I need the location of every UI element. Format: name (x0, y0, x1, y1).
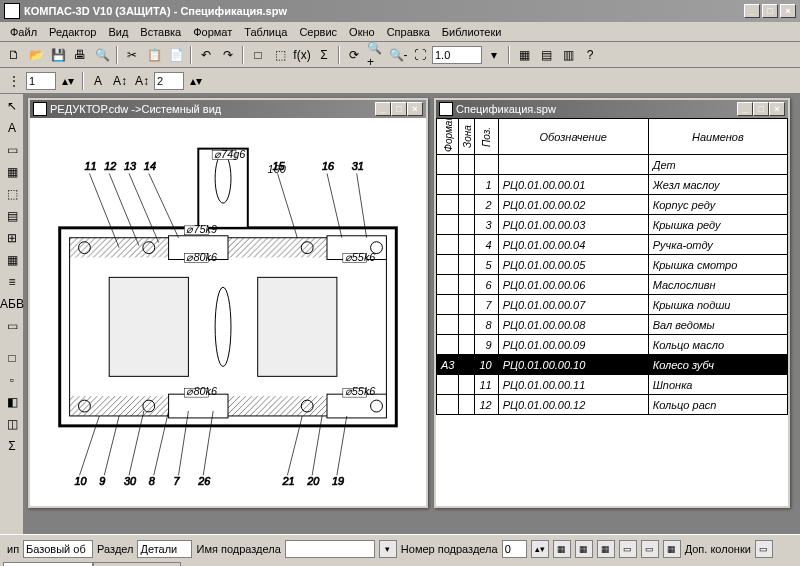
refresh-button[interactable]: ⟳ (344, 45, 364, 65)
menu-help[interactable]: Справка (381, 24, 436, 40)
table-row[interactable]: 7РЦ0.01.00.00.07Крышка подши (437, 295, 788, 315)
table-row[interactable]: 5РЦ0.01.00.00.05Крышка смотро (437, 255, 788, 275)
cut-button[interactable]: ✂ (122, 45, 142, 65)
help-button[interactable]: ? (580, 45, 600, 65)
dropdown-button[interactable]: ▾ (484, 45, 504, 65)
tool-button[interactable]: ▭ (641, 540, 659, 558)
child-close[interactable]: × (407, 102, 423, 116)
print-button[interactable]: 🖶 (70, 45, 90, 65)
tool-button[interactable]: ▭ (619, 540, 637, 558)
child-minimize[interactable]: _ (375, 102, 391, 116)
tool-a-button[interactable]: A (88, 71, 108, 91)
tool-button[interactable]: ▦ (663, 540, 681, 558)
text-tool[interactable]: A (2, 118, 22, 138)
redo-button[interactable]: ↷ (218, 45, 238, 65)
spec-titlebar[interactable]: Спецификация.spw _ □ × (436, 100, 788, 118)
zoom-in-button[interactable]: 🔍+ (366, 45, 386, 65)
child-maximize[interactable]: □ (391, 102, 407, 116)
open-button[interactable]: 📂 (26, 45, 46, 65)
table-row[interactable]: 3РЦ0.01.00.00.03Крышка реду (437, 215, 788, 235)
minimize-button[interactable]: _ (744, 4, 760, 18)
layout-button[interactable]: ▥ (558, 45, 578, 65)
tool[interactable]: ◫ (2, 414, 22, 434)
subname-input[interactable] (285, 540, 375, 558)
subnum-input[interactable] (502, 540, 527, 558)
zoom-fit-button[interactable]: ⛶ (410, 45, 430, 65)
tool-au2-button[interactable]: A↕ (132, 71, 152, 91)
tool[interactable]: ⬚ (2, 184, 22, 204)
tool-button[interactable]: ⬚ (270, 45, 290, 65)
cursor-tool[interactable]: ↖ (2, 96, 22, 116)
close-button[interactable]: × (780, 4, 796, 18)
tool-button[interactable]: □ (248, 45, 268, 65)
table-row[interactable]: А310РЦ0.01.00.00.10Колесо зубч (437, 355, 788, 375)
menu-file[interactable]: Файл (4, 24, 43, 40)
page-input[interactable] (26, 72, 56, 90)
table-row[interactable]: 1РЦ0.01.00.00.01Жезл маслоу (437, 175, 788, 195)
tool[interactable]: ◧ (2, 392, 22, 412)
drawing-canvas[interactable]: 11 12 13 14 15 16 31 10 9 30 8 7 (30, 118, 426, 506)
new-button[interactable]: 🗋 (4, 45, 24, 65)
table-row[interactable]: 8РЦ0.01.00.00.08Вал ведомы (437, 315, 788, 335)
tool[interactable]: АБВ (2, 294, 22, 314)
zoom-out-button[interactable]: 🔍- (388, 45, 408, 65)
menu-service[interactable]: Сервис (293, 24, 343, 40)
table-row[interactable]: 2РЦ0.01.00.00.02Корпус реду (437, 195, 788, 215)
table-row[interactable]: 6РЦ0.01.00.00.06Маслосливн (437, 275, 788, 295)
table-row[interactable]: Дет (437, 155, 788, 175)
tool[interactable]: ▭ (2, 316, 22, 336)
section-input[interactable] (137, 540, 192, 558)
sigma-tool[interactable]: Σ (2, 436, 22, 456)
tool-au-button[interactable]: A↕ (110, 71, 130, 91)
spinner-button[interactable]: ▴▾ (531, 540, 549, 558)
spinner-button[interactable]: ▴▾ (58, 71, 78, 91)
tool[interactable]: ▦ (2, 162, 22, 182)
menu-insert[interactable]: Вставка (134, 24, 187, 40)
grid-button[interactable]: ▦ (575, 540, 593, 558)
child-maximize[interactable]: □ (753, 102, 769, 116)
tab-parameters[interactable]: ▦ Параметры (3, 562, 93, 566)
spec-window[interactable]: Спецификация.spw _ □ × Формат Зона Поз. … (434, 98, 790, 508)
spec-table[interactable]: Формат Зона Поз. Обозначение Наименов Де… (436, 118, 788, 415)
table-row[interactable]: 9РЦ0.01.00.00.09Кольцо масло (437, 335, 788, 355)
child-close[interactable]: × (769, 102, 785, 116)
type-input[interactable] (23, 540, 93, 558)
tool[interactable]: ▫ (2, 370, 22, 390)
drawing-window[interactable]: РЕДУКТОР.cdw ->Системный вид _ □ × (28, 98, 428, 508)
tab-documents[interactable]: 🗎 Документы (93, 562, 182, 566)
preview-button[interactable]: 🔍 (92, 45, 112, 65)
sigma-button[interactable]: Σ (314, 45, 334, 65)
menu-editor[interactable]: Редактор (43, 24, 102, 40)
grid-button[interactable]: ▦ (553, 540, 571, 558)
table-row[interactable]: 4РЦ0.01.00.00.04Ручка-отду (437, 235, 788, 255)
tool[interactable]: ▤ (2, 206, 22, 226)
child-minimize[interactable]: _ (737, 102, 753, 116)
spinner-button[interactable]: ▴▾ (186, 71, 206, 91)
grid-button[interactable]: ▦ (597, 540, 615, 558)
layout-button[interactable]: ▦ (514, 45, 534, 65)
save-button[interactable]: 💾 (48, 45, 68, 65)
paste-button[interactable]: 📄 (166, 45, 186, 65)
table-row[interactable]: 11РЦ0.01.00.00.11Шпонка (437, 375, 788, 395)
menu-libraries[interactable]: Библиотеки (436, 24, 508, 40)
tool-button[interactable]: ▭ (755, 540, 773, 558)
dropdown-button[interactable]: ▾ (379, 540, 397, 558)
menu-format[interactable]: Формат (187, 24, 238, 40)
layout-button[interactable]: ▤ (536, 45, 556, 65)
count-input[interactable] (154, 72, 184, 90)
tool[interactable]: □ (2, 348, 22, 368)
tool[interactable]: ▦ (2, 250, 22, 270)
menu-table[interactable]: Таблица (238, 24, 293, 40)
drawing-titlebar[interactable]: РЕДУКТОР.cdw ->Системный вид _ □ × (30, 100, 426, 118)
copy-button[interactable]: 📋 (144, 45, 164, 65)
zoom-input[interactable] (432, 46, 482, 64)
menu-view[interactable]: Вид (102, 24, 134, 40)
menu-window[interactable]: Окно (343, 24, 381, 40)
maximize-button[interactable]: □ (762, 4, 778, 18)
tool[interactable]: ▭ (2, 140, 22, 160)
table-row[interactable]: 12РЦ0.01.00.00.12Кольцо расп (437, 395, 788, 415)
fx-button[interactable]: f(x) (292, 45, 312, 65)
undo-button[interactable]: ↶ (196, 45, 216, 65)
tool[interactable]: ⊞ (2, 228, 22, 248)
tool[interactable]: ≡ (2, 272, 22, 292)
